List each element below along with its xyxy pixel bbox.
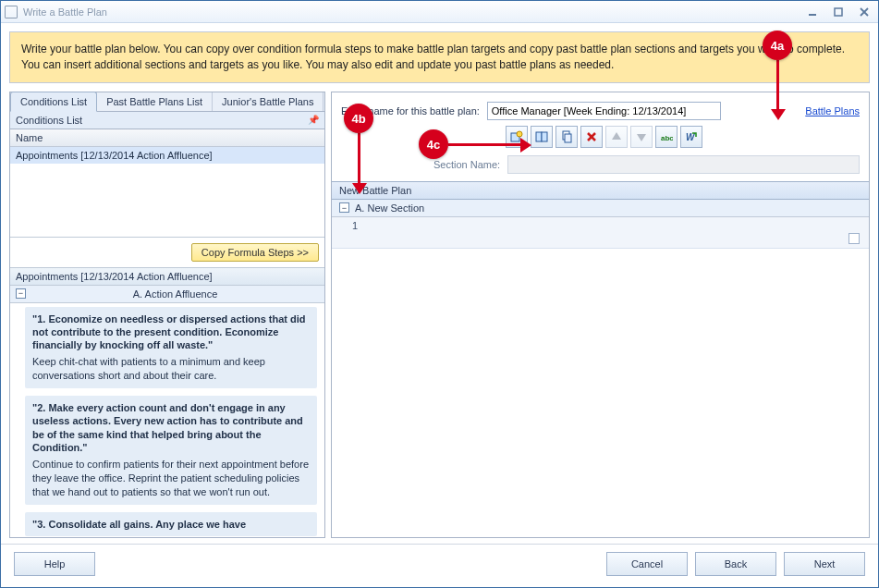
svg-rect-6 xyxy=(536,132,542,141)
export-icon[interactable]: W xyxy=(680,126,702,148)
tab-juniors-battle-plans[interactable]: Junior's Battle Plans xyxy=(213,92,324,111)
formula-step[interactable]: "3. Consolidate all gains. Any place we … xyxy=(25,512,317,536)
move-up-icon[interactable] xyxy=(605,126,628,148)
instruction-banner: Write your battle plan below. You can co… xyxy=(9,31,870,83)
battle-plans-link[interactable]: Battle Plans xyxy=(805,105,860,116)
footer-spacer xyxy=(103,552,599,576)
footer: Help Cancel Back Next xyxy=(1,544,878,587)
step-title: "1. Economize on needless or dispersed a… xyxy=(32,312,310,352)
battle-plan-target-row[interactable]: 1 xyxy=(332,217,869,249)
svg-rect-1 xyxy=(835,8,842,16)
callout-4a-line xyxy=(776,60,779,111)
svg-point-5 xyxy=(517,131,522,137)
collapse-icon[interactable]: − xyxy=(16,288,26,299)
callout-4c: 4c xyxy=(419,129,448,159)
callout-4b-line xyxy=(358,133,360,185)
rename-icon[interactable]: abc xyxy=(655,126,678,148)
delete-icon[interactable] xyxy=(580,126,603,148)
battle-plan-section-label: A. New Section xyxy=(355,202,424,214)
svg-rect-7 xyxy=(542,132,547,141)
step-desc: Keep chit-chat with patients to a minimu… xyxy=(32,355,310,383)
section-name-row: Section Name: xyxy=(332,155,869,181)
svg-marker-12 xyxy=(612,132,621,140)
copy-formula-steps-button[interactable]: Copy Formula Steps >> xyxy=(191,243,319,262)
conditions-list-title: Conditions List xyxy=(16,115,82,126)
battle-plan-name-input[interactable] xyxy=(487,102,721,120)
back-button[interactable]: Back xyxy=(695,552,776,576)
titlebar: Write a Battle Plan xyxy=(1,1,878,23)
step-desc: Continue to confirm patients for their n… xyxy=(32,458,310,499)
step-title: "2. Make every action count and don't en… xyxy=(32,401,310,454)
callout-4b: 4b xyxy=(344,104,373,133)
callout-4c-arrow xyxy=(520,138,531,153)
body-area: Conditions List Past Battle Plans List J… xyxy=(9,92,870,538)
battle-plan-name-row: Enter name for this battle plan: Battle … xyxy=(332,92,869,126)
next-button[interactable]: Next xyxy=(784,552,865,576)
minimize-button[interactable] xyxy=(802,5,823,19)
battle-plan-body[interactable] xyxy=(332,249,869,537)
tab-conditions-list[interactable]: Conditions List xyxy=(10,92,97,112)
help-button[interactable]: Help xyxy=(14,552,95,576)
tab-past-battle-plans[interactable]: Past Battle Plans List xyxy=(97,92,213,111)
copy-icon[interactable] xyxy=(555,126,578,148)
copy-bar: Copy Formula Steps >> xyxy=(10,238,324,268)
svg-marker-13 xyxy=(637,134,646,141)
formula-steps-panel[interactable]: "1. Economize on needless or dispersed a… xyxy=(10,303,324,537)
left-column: Conditions List Past Battle Plans List J… xyxy=(9,92,325,538)
svg-text:abc: abc xyxy=(661,134,673,142)
maximize-button[interactable] xyxy=(828,5,848,19)
target-checkbox[interactable] xyxy=(848,233,860,244)
new-target-icon[interactable] xyxy=(531,126,553,148)
tree-node-action-affluence[interactable]: − A. Action Affluence xyxy=(10,286,324,303)
system-buttons xyxy=(802,5,874,19)
collapse-icon[interactable]: − xyxy=(339,202,349,213)
callout-4c-line xyxy=(448,143,522,146)
cancel-button[interactable]: Cancel xyxy=(606,552,688,576)
svg-rect-9 xyxy=(565,134,571,142)
document-icon xyxy=(5,6,18,18)
list-column-header: Name xyxy=(10,129,324,147)
section-name-input[interactable] xyxy=(507,155,860,174)
pin-icon[interactable]: 📌 xyxy=(308,115,319,125)
tree-node-label: A. Action Affluence xyxy=(31,288,319,300)
conditions-list-header: Conditions List 📌 xyxy=(10,112,324,129)
callout-4a: 4a xyxy=(763,31,792,60)
callout-4a-arrow xyxy=(771,109,786,120)
callout-4b-arrow xyxy=(352,183,367,194)
step-title: "3. Consolidate all gains. Any place we … xyxy=(32,518,310,531)
list-item[interactable]: Appointments [12/13/2014 Action Affluenc… xyxy=(10,147,324,164)
selected-condition-header: Appointments [12/13/2014 Action Affluenc… xyxy=(10,268,324,286)
formula-step[interactable]: "1. Economize on needless or dispersed a… xyxy=(25,307,317,389)
conditions-list-body[interactable]: Appointments [12/13/2014 Action Affluenc… xyxy=(10,147,324,238)
battle-plan-header: New Battle Plan xyxy=(332,181,869,200)
window-title: Write a Battle Plan xyxy=(23,6,107,18)
battle-plan-toolbar: abc W xyxy=(496,126,869,155)
left-tabs: Conditions List Past Battle Plans List J… xyxy=(10,92,324,112)
target-number: 1 xyxy=(352,220,358,231)
write-battle-plan-window: Write a Battle Plan Write your battle pl… xyxy=(0,0,879,588)
close-button[interactable] xyxy=(854,5,874,19)
right-column: Enter name for this battle plan: Battle … xyxy=(331,92,870,538)
battle-plan-section[interactable]: − A. New Section xyxy=(332,200,869,217)
section-name-label: Section Name: xyxy=(433,159,500,170)
formula-step[interactable]: "2. Make every action count and don't en… xyxy=(25,396,317,505)
move-down-icon[interactable] xyxy=(630,126,653,148)
